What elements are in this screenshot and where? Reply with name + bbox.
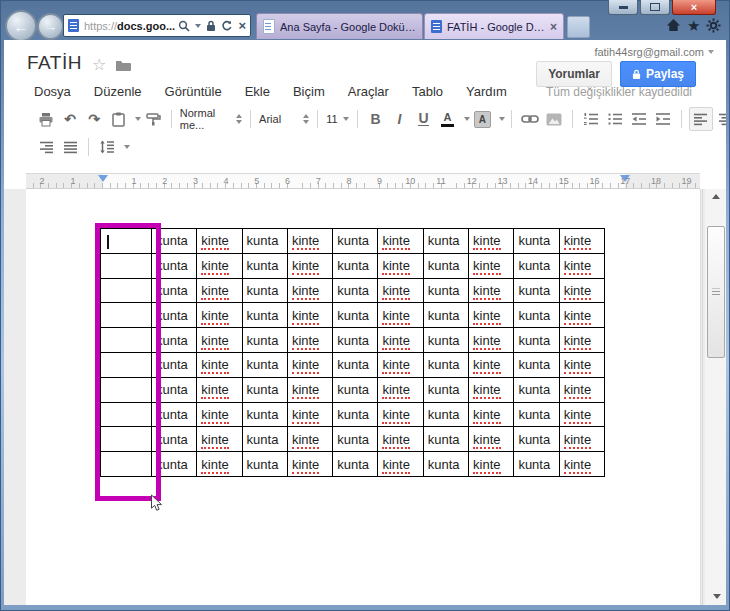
- table-cell[interactable]: kunta: [242, 253, 287, 278]
- table-cell[interactable]: kunta: [333, 278, 378, 303]
- minimize-button[interactable]: [608, 0, 638, 15]
- table-cell[interactable]: kinte: [197, 427, 242, 452]
- line-spacing-caret-icon[interactable]: [124, 145, 130, 149]
- table-cell[interactable]: kunta: [423, 278, 468, 303]
- table-cell[interactable]: kinte: [287, 253, 332, 278]
- clipboard-caret-icon[interactable]: [135, 117, 141, 121]
- table-cell[interactable]: kinte: [559, 253, 604, 278]
- address-bar[interactable]: https://docs.goo... ×: [63, 14, 251, 37]
- table-cell[interactable]: kunta: [333, 452, 378, 477]
- table-cell[interactable]: kinte: [469, 328, 514, 353]
- table-cell[interactable]: kinte: [378, 352, 423, 377]
- table-cell[interactable]: kinte: [287, 377, 332, 402]
- insert-link-button[interactable]: [519, 108, 541, 130]
- table-cell[interactable]: kunta: [423, 352, 468, 377]
- table-cell[interactable]: kinte: [469, 278, 514, 303]
- table-cell[interactable]: kunta: [514, 303, 559, 328]
- align-right-button[interactable]: [35, 136, 57, 158]
- scroll-down-icon[interactable]: [713, 594, 721, 599]
- table-cell[interactable]: kinte: [287, 229, 332, 254]
- scroll-up-icon[interactable]: [712, 194, 720, 199]
- table-cell[interactable]: kinte: [287, 328, 332, 353]
- table-cell[interactable]: kunta: [333, 427, 378, 452]
- table-cell[interactable]: kunta: [423, 427, 468, 452]
- undo-button[interactable]: ↶: [59, 108, 81, 130]
- table-cell[interactable]: kinte: [469, 402, 514, 427]
- menu-araçlar[interactable]: Araçlar: [348, 84, 389, 99]
- align-left-button[interactable]: [689, 107, 713, 131]
- account-menu[interactable]: fatih44srg@gmail.com: [594, 46, 714, 58]
- tab-close-icon[interactable]: ×: [550, 20, 557, 34]
- table-cell[interactable]: kinte: [197, 229, 242, 254]
- address-dropdown-icon[interactable]: [195, 24, 201, 28]
- table-cell[interactable]: kunta: [242, 402, 287, 427]
- table-cell[interactable]: kinte: [378, 328, 423, 353]
- document-title[interactable]: FATİH: [27, 52, 82, 74]
- italic-button[interactable]: I: [388, 108, 410, 130]
- table-cell[interactable]: kinte: [378, 303, 423, 328]
- new-tab-button[interactable]: [567, 16, 590, 38]
- table-cell[interactable]: kunta: [242, 229, 287, 254]
- table-cell[interactable]: kinte: [197, 253, 242, 278]
- table-cell[interactable]: kinte: [559, 377, 604, 402]
- table-cell[interactable]: kinte: [559, 278, 604, 303]
- table-cell[interactable]: kinte: [378, 427, 423, 452]
- table-cell[interactable]: kinte: [559, 303, 604, 328]
- highlight-color-button[interactable]: A: [471, 108, 493, 130]
- table-cell[interactable]: kunta: [423, 402, 468, 427]
- table-cell[interactable]: kinte: [287, 427, 332, 452]
- table-cell[interactable]: kinte: [559, 452, 604, 477]
- table-cell[interactable]: kinte: [197, 303, 242, 328]
- paragraph-style-select[interactable]: Normal me...: [180, 107, 242, 131]
- paint-format-button[interactable]: [142, 108, 164, 130]
- table-cell[interactable]: kunta: [242, 278, 287, 303]
- font-size-select[interactable]: 11: [326, 113, 348, 125]
- table-cell[interactable]: kunta: [514, 278, 559, 303]
- stop-icon[interactable]: ×: [238, 21, 246, 31]
- table-cell[interactable]: kunta: [333, 377, 378, 402]
- table-cell[interactable]: kunta: [514, 427, 559, 452]
- print-button[interactable]: [35, 108, 57, 130]
- table-cell[interactable]: kunta: [423, 328, 468, 353]
- bold-button[interactable]: B: [364, 108, 386, 130]
- menu-yardım[interactable]: Yardım: [466, 84, 507, 99]
- table-cell[interactable]: kunta: [242, 303, 287, 328]
- table-cell[interactable]: kunta: [242, 328, 287, 353]
- table-cell[interactable]: kinte: [378, 452, 423, 477]
- table-cell[interactable]: kinte: [469, 303, 514, 328]
- forward-button[interactable]: →: [37, 13, 64, 40]
- increase-indent-button[interactable]: [652, 108, 674, 130]
- text-color-button[interactable]: A: [436, 108, 458, 130]
- table-cell[interactable]: kunta: [333, 352, 378, 377]
- table-cell[interactable]: kunta: [514, 352, 559, 377]
- table-cell[interactable]: kunta: [333, 303, 378, 328]
- menu-ekle[interactable]: Ekle: [245, 84, 270, 99]
- menu-düzenle[interactable]: Düzenle: [94, 84, 142, 99]
- table-cell[interactable]: kinte: [197, 278, 242, 303]
- table-cell[interactable]: kunta: [333, 229, 378, 254]
- table-cell[interactable]: kunta: [333, 328, 378, 353]
- table-cell[interactable]: kinte: [287, 402, 332, 427]
- insert-image-button[interactable]: [543, 108, 565, 130]
- table-cell[interactable]: kunta: [242, 377, 287, 402]
- table-cell[interactable]: kunta: [423, 253, 468, 278]
- table-cell[interactable]: kinte: [469, 352, 514, 377]
- table-cell[interactable]: kinte: [287, 352, 332, 377]
- table-cell[interactable]: kunta: [514, 229, 559, 254]
- justify-button[interactable]: [59, 136, 81, 158]
- menu-biçim[interactable]: Biçim: [293, 84, 325, 99]
- table-cell[interactable]: kinte: [378, 377, 423, 402]
- text-color-caret-icon[interactable]: [464, 117, 470, 121]
- table-cell[interactable]: kinte: [559, 229, 604, 254]
- table-cell[interactable]: kinte: [469, 253, 514, 278]
- table-cell[interactable]: kinte: [378, 229, 423, 254]
- left-indent-marker[interactable]: [98, 175, 108, 182]
- table-cell[interactable]: kunta: [242, 427, 287, 452]
- favorites-button[interactable]: ★: [687, 18, 700, 33]
- table-cell[interactable]: kunta: [514, 452, 559, 477]
- line-spacing-button[interactable]: [96, 136, 118, 158]
- folder-icon[interactable]: [115, 59, 131, 71]
- table-cell[interactable]: kinte: [197, 402, 242, 427]
- table-cell[interactable]: kinte: [378, 402, 423, 427]
- font-family-select[interactable]: Arial: [259, 113, 309, 125]
